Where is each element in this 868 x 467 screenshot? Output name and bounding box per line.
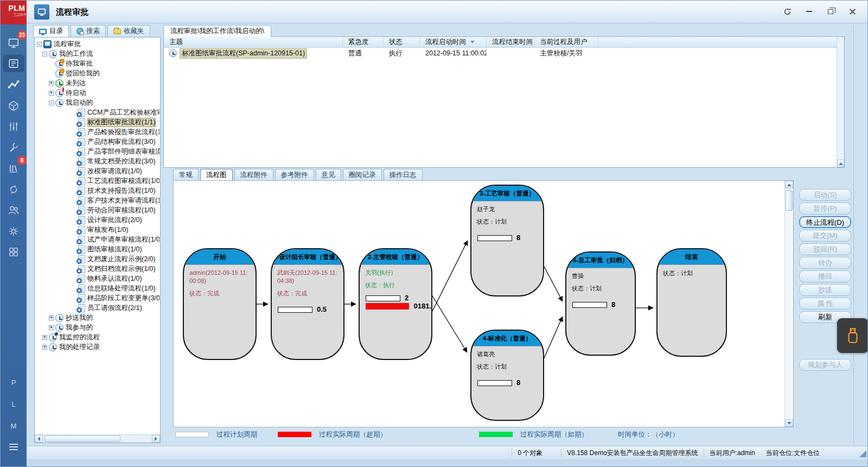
sidebar-grid-icon[interactable] <box>3 243 24 261</box>
restore-button[interactable] <box>824 6 837 17</box>
tree-item[interactable]: 试产申请单审核流程(1/0 <box>36 235 159 244</box>
tree-item[interactable]: 待我审批 <box>36 59 159 68</box>
flow-node-supervisor-check[interactable]: 2-主管校核（普通） 关羽(执行) 状态：执行 2 0181. <box>359 248 432 360</box>
tab-reference-attachments[interactable]: 参考附件 <box>275 169 314 180</box>
tree-item[interactable]: 改模审请流程(1/0) <box>36 166 159 176</box>
flow-node-standardization[interactable]: 4-标准化（普通） 诸葛亮 状态：计划 8 <box>470 330 544 421</box>
tree-item[interactable]: 产品零部件明细表审核流 <box>36 147 159 156</box>
tree-item[interactable]: 设计审批流程(2/0) <box>36 215 159 225</box>
sidebar-sliders-icon[interactable] <box>3 118 24 135</box>
tab-flow-attachments[interactable]: 流程附件 <box>234 169 273 180</box>
sidebar-monitor-icon[interactable]: 23 <box>3 34 24 52</box>
tree-expander[interactable] <box>49 315 54 320</box>
sidebar-form-icon[interactable] <box>3 55 24 72</box>
tab-operation-log[interactable]: 操作日志 <box>384 169 423 180</box>
close-button[interactable] <box>846 6 859 17</box>
tree-item[interactable]: 我的处理记录 <box>36 342 159 352</box>
tree-item[interactable]: 审核发布(1/0) <box>36 225 159 235</box>
sidebar-cube-icon[interactable] <box>3 97 24 115</box>
tree-item[interactable]: 文档废止流程示例(2/0) <box>36 254 159 264</box>
tree-item[interactable]: 我参与的 <box>36 323 159 332</box>
sidebar-gear-icon[interactable] <box>3 223 24 240</box>
tree-item[interactable]: 员工请假流程(2/1) <box>36 303 159 313</box>
tree-item[interactable]: CCM产品工艺检验标准审核 <box>36 108 159 117</box>
action-button[interactable]: 规划参与人 <box>799 359 851 371</box>
tree-expander[interactable] <box>42 335 47 340</box>
scroll-up-arrow[interactable] <box>837 160 844 167</box>
sidebar-sync-icon[interactable] <box>3 181 24 198</box>
tree-item[interactable]: 客户技术支持审请流程(1 <box>36 195 159 205</box>
flow-node-start[interactable]: 开始 admin(2012-09-15 11:00:08) 状态：完成 <box>183 248 257 360</box>
refresh-icon[interactable] <box>781 6 794 17</box>
sidebar-library-icon[interactable]: 8 <box>3 160 24 177</box>
tree-item[interactable]: 我的工作流 <box>36 49 159 59</box>
action-button[interactable]: 撤回 <box>799 270 851 282</box>
tab-search[interactable]: 搜索 <box>71 25 106 37</box>
tree-item[interactable]: 产品检验报告审批流程(1 <box>36 127 159 137</box>
tab-flow-diagram[interactable]: 流程图 <box>200 169 233 180</box>
tab-review-records[interactable]: 圈阅记录 <box>343 169 382 180</box>
tab-favorites[interactable]: 收藏夹 <box>107 25 150 37</box>
tree-item[interactable]: 样品阶段工程变更单(3/0 <box>36 293 159 303</box>
action-button[interactable]: 驳回(R) <box>799 243 851 255</box>
table-row[interactable]: 标准图纸审批流程(SP-admin-120915-01) 普通 执行 2012-… <box>164 48 837 59</box>
tree-item[interactable]: 图纸审核流程(1/0) <box>36 244 159 254</box>
tree-item[interactable]: 技术支持报告流程(1/0) <box>36 186 159 195</box>
flow-diagram-canvas[interactable]: 开始 admin(2012-09-15 11:00:08) 状态：完成 1-设计… <box>173 180 794 427</box>
tree-item[interactable]: 劳动合同审核流程(1/0) <box>36 205 159 215</box>
scroll-right-arrow[interactable] <box>152 435 160 443</box>
tree-item[interactable]: 常规文档受控流程(3/0) <box>36 156 159 166</box>
sidebar-wrench-icon[interactable] <box>3 139 24 156</box>
tree-expander[interactable] <box>42 52 47 56</box>
action-button[interactable]: 暂停(P) <box>799 203 851 214</box>
hamburger-icon[interactable] <box>9 444 18 452</box>
tree-expander[interactable] <box>49 100 54 105</box>
scroll-down-arrow[interactable] <box>785 419 793 427</box>
tree-item[interactable]: 驳回给我的 <box>36 68 159 78</box>
tree-expander[interactable] <box>37 42 42 47</box>
sidebar-users-icon[interactable] <box>3 201 24 219</box>
sidebar-letter-m[interactable]: M <box>1 422 27 430</box>
tree-item[interactable]: 文档归档流程示例(1/0) <box>36 264 159 274</box>
breadcrumb[interactable]: 流程审批\我的工作流\我启动的\ <box>163 25 271 37</box>
tab-general[interactable]: 常规 <box>173 169 199 180</box>
cell-subject[interactable]: 标准图纸审批流程(SP-admin-120915-01) <box>164 48 343 59</box>
col-status[interactable]: 状态 <box>384 37 420 47</box>
tree-item[interactable]: 待启动 <box>36 88 159 98</box>
flow-node-process-review[interactable]: 3-工艺审核（普通） 赵子龙 状态：计划 8 <box>470 185 544 296</box>
tab-directory[interactable]: 目录 <box>33 25 69 37</box>
flow-node-chief-engineer-approval[interactable]: 5-总工审批（归档） 曹操 状态：计划 8 <box>565 251 636 356</box>
tree-item[interactable]: 标准图纸审批流程(1/1) <box>36 117 159 127</box>
tree-item[interactable]: 未到达 <box>36 78 159 88</box>
action-button[interactable]: 转办 <box>799 257 851 269</box>
col-subject[interactable]: 主题 <box>164 37 343 47</box>
diagram-scrollbar[interactable] <box>784 181 793 427</box>
tree-item[interactable]: 流程审批 <box>36 39 159 49</box>
tree-expander[interactable] <box>42 345 47 350</box>
tree-horizontal-scrollbar[interactable] <box>35 434 160 443</box>
tree-item[interactable]: 我监控的流程 <box>36 332 159 342</box>
minimize-button[interactable] <box>802 6 815 17</box>
tree-item[interactable]: 抄送我的 <box>36 313 159 323</box>
tree-item[interactable]: 产品结构审批流程(3/0) <box>36 137 159 147</box>
usb-overlay-icon[interactable] <box>837 318 868 353</box>
tree-item[interactable]: 物料承认流程(1/0) <box>36 274 159 283</box>
sidebar-letter-p[interactable]: P <box>1 378 27 387</box>
flow-node-design-leader-review[interactable]: 1-设计组长审核（普通） 武则天(2012-09-15 11:04:38) 状态… <box>271 248 344 360</box>
action-button[interactable]: 提交(M) <box>799 230 851 242</box>
col-end-time[interactable]: 流程结束时间 <box>487 37 534 47</box>
action-button[interactable]: 启动(S) <box>799 189 851 201</box>
scroll-left-arrow[interactable] <box>35 435 43 443</box>
action-button[interactable]: 属 性 <box>799 298 851 310</box>
tree-expander[interactable] <box>49 91 54 96</box>
scrollbar-thumb[interactable] <box>44 436 120 442</box>
action-button[interactable]: 抄送 <box>799 284 851 296</box>
tree-expander[interactable] <box>49 81 54 86</box>
tree-item[interactable]: 工艺流程图审核流程(1/0 <box>36 176 159 186</box>
resize-grip[interactable] <box>859 450 866 457</box>
tab-opinions[interactable]: 意见 <box>316 169 341 180</box>
flow-node-end[interactable]: 结束 状态：计划 <box>656 248 727 357</box>
table-scrollbar[interactable] <box>837 37 844 167</box>
action-button[interactable]: 终止流程(D) <box>799 216 851 228</box>
tree-expander[interactable] <box>49 325 54 330</box>
